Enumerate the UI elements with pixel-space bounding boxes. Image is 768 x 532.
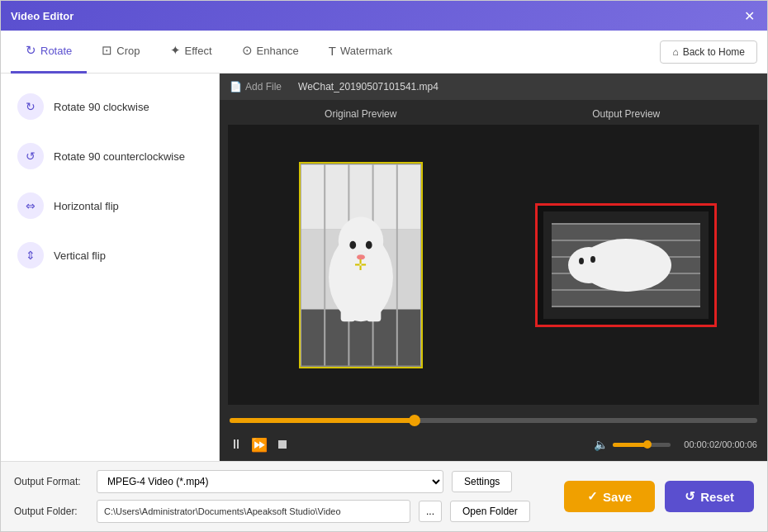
original-preview-panel: Original Preview [228, 108, 494, 405]
volume-thumb[interactable] [643, 440, 652, 449]
crosshair-icon: ✛ [354, 256, 367, 274]
hflip-icon: ⇔ [17, 192, 44, 219]
sidebar-item-rotate-cw[interactable]: ↻ Rotate 90 clockwise [1, 82, 219, 131]
watermark-tab-icon: T [329, 44, 336, 58]
nav-bar: ↻ Rotate ⊡ Crop ✦ Effect ⊙ Enhance T Wat… [1, 31, 767, 74]
video-editor-window: Video Editor ✕ ↻ Rotate ⊡ Crop ✦ Effect … [0, 0, 768, 532]
original-preview-canvas: ✛ [228, 125, 494, 405]
main-content: ↻ Rotate 90 clockwise ↺ Rotate 90 counte… [1, 74, 767, 461]
fast-forward-button[interactable]: ⏩ [251, 437, 268, 453]
svg-point-28 [579, 258, 584, 264]
svg-point-13 [366, 240, 372, 249]
output-preview-panel: Output Preview [494, 108, 760, 405]
save-check-icon: ✓ [587, 489, 598, 504]
output-image [535, 203, 717, 327]
window-title: Video Editor [11, 10, 73, 22]
original-preview-label: Original Preview [325, 108, 396, 120]
enhance-tab-icon: ⊙ [242, 43, 253, 58]
tab-crop[interactable]: ⊡ Crop [87, 31, 154, 74]
svg-rect-17 [367, 305, 382, 321]
tab-watermark-label: Watermark [340, 45, 392, 57]
vflip-icon: ⇕ [17, 242, 44, 268]
file-name: WeChat_20190507101541.mp4 [298, 81, 439, 93]
add-file-button[interactable]: 📄 Add File [230, 81, 282, 93]
add-file-icon: 📄 [230, 81, 242, 93]
output-format-row: Output Format: MPEG-4 Video (*.mp4) Sett… [14, 470, 564, 493]
rotate-ccw-label: Rotate 90 counterclockwise [54, 150, 185, 163]
progress-thumb[interactable] [409, 415, 420, 426]
settings-button[interactable]: Settings [452, 471, 512, 492]
folder-path-input[interactable] [97, 500, 410, 523]
volume-fill [613, 443, 647, 447]
sidebar-item-hflip[interactable]: ⇔ Horizontal flip [1, 181, 219, 230]
svg-point-29 [590, 256, 595, 263]
back-to-home-button[interactable]: ⌂ Back to Home [660, 40, 757, 64]
tab-crop-label: Crop [116, 45, 140, 57]
tab-watermark[interactable]: T Watermark [314, 31, 407, 74]
controls-bar: ⏸ ⏩ ⏹ 🔈 00:00:02/00:00:06 [220, 428, 767, 461]
rotate-cw-icon: ↻ [17, 93, 44, 120]
bottom-actions-row: Output Format: MPEG-4 Video (*.mp4) Sett… [14, 470, 754, 523]
reset-icon: ↺ [685, 489, 695, 504]
add-file-label: Add File [245, 81, 282, 93]
save-label: Save [603, 490, 632, 504]
tab-effect[interactable]: ✦ Effect [155, 31, 227, 74]
timeline-bar [220, 413, 767, 428]
home-icon: ⌂ [672, 46, 678, 58]
close-button[interactable]: ✕ [741, 7, 757, 24]
bottom-bar: Output Format: MPEG-4 Video (*.mp4) Sett… [1, 461, 767, 531]
tab-effect-label: Effect [185, 45, 212, 57]
browse-button[interactable]: ... [419, 501, 442, 522]
title-bar: Video Editor ✕ [1, 1, 767, 31]
sidebar: ↻ Rotate 90 clockwise ↺ Rotate 90 counte… [1, 74, 220, 461]
volume-icon: 🔈 [594, 438, 608, 451]
output-dog-svg [543, 211, 709, 319]
editor-area: 📄 Add File WeChat_20190507101541.mp4 Ori… [220, 74, 767, 461]
tab-rotate-label: Rotate [40, 45, 72, 57]
rotate-tab-icon: ↻ [26, 43, 36, 58]
progress-track[interactable] [230, 418, 757, 423]
tab-enhance[interactable]: ⊙ Enhance [227, 31, 314, 74]
effect-tab-icon: ✦ [170, 43, 181, 58]
back-button-label: Back to Home [683, 46, 745, 58]
volume-area: 🔈 00:00:02/00:00:06 [594, 438, 757, 451]
hflip-label: Horizontal flip [54, 200, 119, 212]
svg-point-12 [349, 240, 356, 249]
svg-point-27 [568, 247, 609, 283]
pause-button[interactable]: ⏸ [230, 437, 243, 452]
preview-area: Original Preview [220, 100, 767, 413]
progress-fill [230, 418, 415, 423]
tab-enhance-label: Enhance [257, 45, 299, 57]
vflip-label: Vertical flip [54, 249, 106, 262]
original-image: ✛ [299, 162, 423, 368]
open-folder-button[interactable]: Open Folder [450, 501, 530, 522]
action-buttons: ✓ Save ↺ Reset [564, 481, 754, 512]
sidebar-item-vflip[interactable]: ⇕ Vertical flip [1, 230, 219, 280]
file-bar: 📄 Add File WeChat_20190507101541.mp4 [220, 74, 767, 100]
output-preview-canvas [494, 125, 760, 405]
svg-rect-16 [340, 305, 355, 321]
volume-track[interactable] [613, 443, 671, 447]
output-folder-label: Output Folder: [14, 506, 88, 517]
bottom-left: Output Format: MPEG-4 Video (*.mp4) Sett… [14, 470, 564, 523]
output-folder-row: Output Folder: ... Open Folder [14, 500, 564, 523]
output-preview-label: Output Preview [592, 108, 660, 120]
time-display: 00:00:02/00:00:06 [684, 439, 757, 449]
rotate-ccw-icon: ↺ [17, 143, 44, 169]
reset-label: Reset [700, 490, 734, 504]
format-select[interactable]: MPEG-4 Video (*.mp4) [97, 470, 443, 493]
reset-button[interactable]: ↺ Reset [665, 481, 754, 512]
stop-button[interactable]: ⏹ [276, 437, 289, 452]
crop-tab-icon: ⊡ [102, 43, 112, 58]
rotate-cw-label: Rotate 90 clockwise [54, 101, 149, 113]
save-button[interactable]: ✓ Save [564, 481, 655, 512]
sidebar-item-rotate-ccw[interactable]: ↺ Rotate 90 counterclockwise [1, 131, 219, 181]
tab-rotate[interactable]: ↻ Rotate [11, 31, 87, 74]
output-format-label: Output Format: [14, 476, 88, 487]
